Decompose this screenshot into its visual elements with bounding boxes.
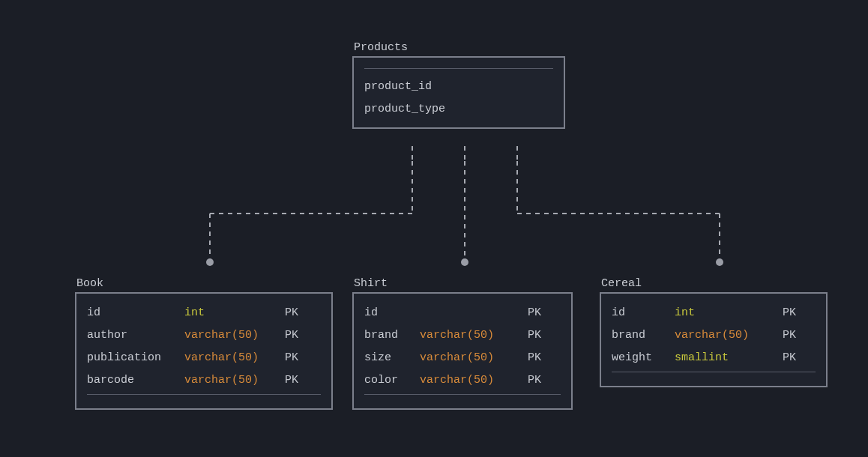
field-row: id int PK <box>87 301 321 324</box>
field-type: int <box>675 306 783 319</box>
entity-shirt: Shirt id PK brand varchar(50) PK size va… <box>352 292 573 410</box>
field-key: PK <box>528 306 541 319</box>
field-name: author <box>87 329 184 342</box>
field-type: varchar(50) <box>420 351 528 364</box>
field-key: PK <box>285 374 298 387</box>
field-name: publication <box>87 351 184 364</box>
field-name: size <box>364 351 420 364</box>
field-type: varchar(50) <box>675 329 783 342</box>
divider <box>612 372 816 372</box>
field-name: brand <box>612 329 675 342</box>
field-name: weight <box>612 351 675 364</box>
field-name: id <box>612 306 675 319</box>
field-row: product_type <box>364 97 553 120</box>
field-row: color varchar(50) PK <box>364 369 561 391</box>
field-key: PK <box>783 329 796 342</box>
field-type: varchar(50) <box>420 329 528 342</box>
field-type: varchar(50) <box>420 374 528 387</box>
field-type: varchar(50) <box>184 374 285 387</box>
field-type: varchar(50) <box>184 351 285 364</box>
field-row: barcode varchar(50) PK <box>87 369 321 391</box>
field-row: brand varchar(50) PK <box>612 324 816 346</box>
field-name: id <box>87 306 184 319</box>
field-name: brand <box>364 329 420 342</box>
svg-point-6 <box>206 258 214 266</box>
field-key: PK <box>528 351 541 364</box>
entity-title: Shirt <box>354 277 388 290</box>
field-key: PK <box>528 374 541 387</box>
divider <box>87 394 321 395</box>
field-row: id int PK <box>612 301 816 324</box>
field-row: publication varchar(50) PK <box>87 346 321 369</box>
field-row: weight smallint PK <box>612 346 816 369</box>
field-type: int <box>184 306 285 319</box>
field-name: id <box>364 306 420 319</box>
field-type: smallint <box>675 351 783 364</box>
entity-products: Products product_id product_type <box>352 56 565 129</box>
field-key: PK <box>783 351 796 364</box>
field-row: id PK <box>364 301 561 324</box>
field-key: PK <box>285 329 298 342</box>
field-name: color <box>364 374 420 387</box>
field-row: brand varchar(50) PK <box>364 324 561 346</box>
entity-cereal: Cereal id int PK brand varchar(50) PK we… <box>600 292 828 387</box>
entity-book: Book id int PK author varchar(50) PK pub… <box>75 292 333 410</box>
svg-point-12 <box>716 258 723 266</box>
field-key: PK <box>285 351 298 364</box>
field-key: PK <box>285 306 298 319</box>
svg-point-8 <box>461 258 468 266</box>
field-type: varchar(50) <box>184 329 285 342</box>
divider <box>364 394 561 395</box>
field-row: size varchar(50) PK <box>364 346 561 369</box>
entity-title: Products <box>354 41 408 54</box>
entity-title: Book <box>76 277 103 290</box>
entity-title: Cereal <box>601 277 642 290</box>
field-name: product_type <box>364 103 456 115</box>
field-row: author varchar(50) PK <box>87 324 321 346</box>
field-key: PK <box>528 329 541 342</box>
field-name: product_id <box>364 80 442 93</box>
field-row: product_id <box>364 75 553 97</box>
field-name: barcode <box>87 374 184 387</box>
divider <box>364 68 553 69</box>
field-key: PK <box>783 306 796 319</box>
